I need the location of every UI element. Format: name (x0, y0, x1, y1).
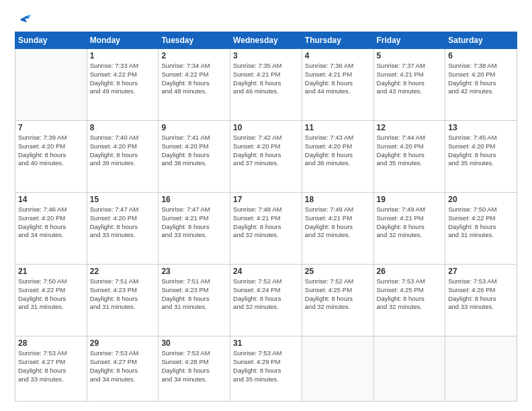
calendar-cell: 16Sunrise: 7:47 AMSunset: 4:21 PMDayligh… (159, 193, 230, 265)
day-info: Sunrise: 7:49 AMSunset: 4:21 PMDaylight:… (305, 205, 371, 240)
day-number: 3 (233, 51, 299, 60)
day-number: 5 (377, 51, 443, 60)
calendar-cell: 27Sunrise: 7:53 AMSunset: 4:26 PMDayligh… (445, 265, 517, 336)
header (15, 12, 517, 25)
day-number: 4 (305, 51, 371, 60)
day-number: 15 (90, 195, 156, 204)
calendar-cell: 31Sunrise: 7:53 AMSunset: 4:29 PMDayligh… (230, 336, 302, 402)
calendar-cell: 22Sunrise: 7:51 AMSunset: 4:23 PMDayligh… (87, 265, 159, 336)
day-number: 31 (233, 338, 299, 348)
calendar-cell: 2Sunrise: 7:34 AMSunset: 4:22 PMDaylight… (159, 49, 230, 121)
calendar-cell: 14Sunrise: 7:46 AMSunset: 4:20 PMDayligh… (15, 193, 87, 265)
day-info: Sunrise: 7:33 AMSunset: 4:22 PMDaylight:… (90, 62, 156, 96)
day-info: Sunrise: 7:45 AMSunset: 4:20 PMDaylight:… (448, 134, 514, 168)
day-number: 26 (377, 267, 443, 276)
day-info: Sunrise: 7:53 AMSunset: 4:27 PMDaylight:… (90, 349, 156, 383)
calendar-cell: 29Sunrise: 7:53 AMSunset: 4:27 PMDayligh… (87, 336, 159, 402)
day-number: 24 (233, 267, 299, 276)
day-number: 13 (448, 123, 514, 132)
day-info: Sunrise: 7:36 AMSunset: 4:21 PMDaylight:… (305, 62, 371, 96)
day-number: 8 (90, 123, 156, 132)
week-row-5: 28Sunrise: 7:53 AMSunset: 4:27 PMDayligh… (15, 336, 517, 402)
calendar-cell (302, 336, 373, 402)
day-number: 10 (233, 123, 299, 132)
calendar-cell: 24Sunrise: 7:52 AMSunset: 4:24 PMDayligh… (230, 265, 302, 336)
logo-bird-icon (16, 12, 31, 27)
weekday-thursday: Thursday (302, 32, 373, 49)
calendar-cell: 4Sunrise: 7:36 AMSunset: 4:21 PMDaylight… (302, 49, 373, 121)
day-info: Sunrise: 7:47 AMSunset: 4:21 PMDaylight:… (161, 205, 227, 240)
logo (15, 12, 31, 25)
week-row-2: 7Sunrise: 7:39 AMSunset: 4:20 PMDaylight… (15, 121, 517, 193)
calendar-cell: 18Sunrise: 7:49 AMSunset: 4:21 PMDayligh… (302, 193, 373, 265)
calendar-cell: 12Sunrise: 7:44 AMSunset: 4:20 PMDayligh… (373, 121, 445, 193)
day-number: 2 (161, 51, 227, 60)
day-info: Sunrise: 7:35 AMSunset: 4:21 PMDaylight:… (233, 62, 299, 96)
day-number: 9 (161, 123, 227, 132)
calendar-cell: 28Sunrise: 7:53 AMSunset: 4:27 PMDayligh… (15, 336, 87, 402)
calendar-cell (373, 336, 445, 402)
day-info: Sunrise: 7:49 AMSunset: 4:21 PMDaylight:… (377, 205, 443, 240)
day-number: 1 (90, 51, 156, 60)
day-info: Sunrise: 7:44 AMSunset: 4:20 PMDaylight:… (377, 134, 443, 168)
day-info: Sunrise: 7:53 AMSunset: 4:29 PMDaylight:… (233, 349, 299, 383)
calendar-cell: 8Sunrise: 7:40 AMSunset: 4:20 PMDaylight… (87, 121, 159, 193)
weekday-monday: Monday (87, 32, 159, 49)
calendar-table: SundayMondayTuesdayWednesdayThursdayFrid… (15, 32, 517, 402)
week-row-4: 21Sunrise: 7:50 AMSunset: 4:22 PMDayligh… (15, 265, 517, 336)
day-number: 28 (18, 338, 84, 348)
calendar-cell: 10Sunrise: 7:42 AMSunset: 4:20 PMDayligh… (230, 121, 302, 193)
day-number: 27 (448, 267, 514, 276)
day-info: Sunrise: 7:37 AMSunset: 4:21 PMDaylight:… (377, 62, 443, 96)
calendar-cell: 9Sunrise: 7:41 AMSunset: 4:20 PMDaylight… (159, 121, 230, 193)
weekday-wednesday: Wednesday (230, 32, 302, 49)
weekday-saturday: Saturday (445, 32, 517, 49)
calendar-cell (445, 336, 517, 402)
day-info: Sunrise: 7:53 AMSunset: 4:28 PMDaylight:… (161, 349, 227, 383)
day-number: 22 (90, 267, 156, 276)
day-info: Sunrise: 7:41 AMSunset: 4:20 PMDaylight:… (161, 134, 227, 168)
calendar-cell: 5Sunrise: 7:37 AMSunset: 4:21 PMDaylight… (373, 49, 445, 121)
calendar-cell: 25Sunrise: 7:52 AMSunset: 4:25 PMDayligh… (302, 265, 373, 336)
day-info: Sunrise: 7:34 AMSunset: 4:22 PMDaylight:… (161, 62, 227, 96)
day-number: 20 (448, 195, 514, 204)
day-info: Sunrise: 7:51 AMSunset: 4:23 PMDaylight:… (161, 277, 227, 312)
calendar-cell: 1Sunrise: 7:33 AMSunset: 4:22 PMDaylight… (87, 49, 159, 121)
day-number: 17 (233, 195, 299, 204)
day-info: Sunrise: 7:52 AMSunset: 4:25 PMDaylight:… (305, 277, 371, 312)
calendar-cell: 13Sunrise: 7:45 AMSunset: 4:20 PMDayligh… (445, 121, 517, 193)
weekday-header-row: SundayMondayTuesdayWednesdayThursdayFrid… (15, 32, 517, 49)
day-number: 16 (161, 195, 227, 204)
day-number: 14 (18, 195, 84, 204)
day-info: Sunrise: 7:39 AMSunset: 4:20 PMDaylight:… (18, 134, 84, 168)
calendar-cell: 19Sunrise: 7:49 AMSunset: 4:21 PMDayligh… (373, 193, 445, 265)
weekday-tuesday: Tuesday (159, 32, 230, 49)
calendar-cell: 15Sunrise: 7:47 AMSunset: 4:20 PMDayligh… (87, 193, 159, 265)
day-number: 7 (18, 123, 84, 132)
day-info: Sunrise: 7:53 AMSunset: 4:25 PMDaylight:… (377, 277, 443, 312)
calendar-cell: 21Sunrise: 7:50 AMSunset: 4:22 PMDayligh… (15, 265, 87, 336)
day-info: Sunrise: 7:51 AMSunset: 4:23 PMDaylight:… (90, 277, 156, 312)
day-number: 6 (448, 51, 514, 60)
day-info: Sunrise: 7:40 AMSunset: 4:20 PMDaylight:… (90, 134, 156, 168)
weekday-friday: Friday (373, 32, 445, 49)
week-row-3: 14Sunrise: 7:46 AMSunset: 4:20 PMDayligh… (15, 193, 517, 265)
calendar-cell: 30Sunrise: 7:53 AMSunset: 4:28 PMDayligh… (159, 336, 230, 402)
calendar-cell: 23Sunrise: 7:51 AMSunset: 4:23 PMDayligh… (159, 265, 230, 336)
svg-marker-0 (20, 15, 29, 22)
day-number: 12 (377, 123, 443, 132)
day-info: Sunrise: 7:48 AMSunset: 4:21 PMDaylight:… (233, 205, 299, 240)
calendar-cell: 17Sunrise: 7:48 AMSunset: 4:21 PMDayligh… (230, 193, 302, 265)
day-info: Sunrise: 7:46 AMSunset: 4:20 PMDaylight:… (18, 205, 84, 240)
day-info: Sunrise: 7:53 AMSunset: 4:27 PMDaylight:… (18, 349, 84, 383)
day-info: Sunrise: 7:50 AMSunset: 4:22 PMDaylight:… (18, 277, 84, 312)
calendar-cell: 20Sunrise: 7:50 AMSunset: 4:22 PMDayligh… (445, 193, 517, 265)
day-info: Sunrise: 7:53 AMSunset: 4:26 PMDaylight:… (448, 277, 514, 312)
day-info: Sunrise: 7:38 AMSunset: 4:20 PMDaylight:… (448, 62, 514, 96)
day-info: Sunrise: 7:43 AMSunset: 4:20 PMDaylight:… (305, 134, 371, 168)
day-number: 11 (305, 123, 371, 132)
day-number: 25 (305, 267, 371, 276)
day-number: 19 (377, 195, 443, 204)
day-info: Sunrise: 7:42 AMSunset: 4:20 PMDaylight:… (233, 134, 299, 168)
calendar-cell: 11Sunrise: 7:43 AMSunset: 4:20 PMDayligh… (302, 121, 373, 193)
